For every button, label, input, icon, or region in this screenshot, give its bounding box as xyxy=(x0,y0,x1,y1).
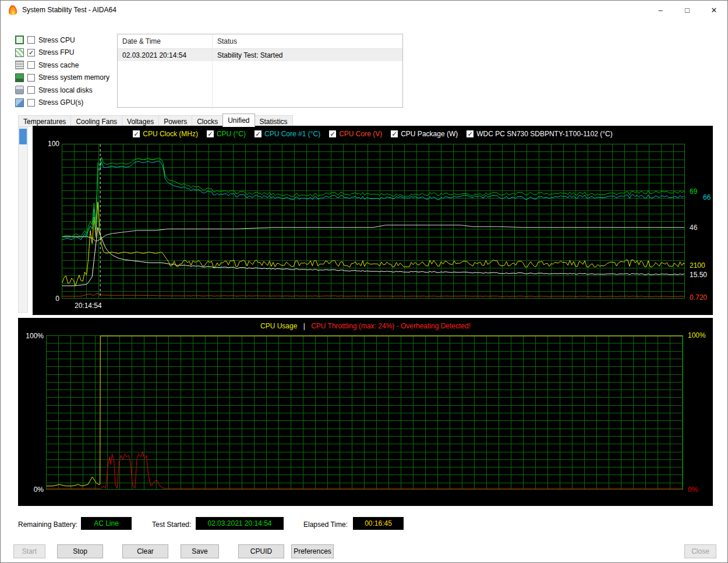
maximize-button[interactable]: □ xyxy=(674,1,701,19)
stress-disks-row: Stress local disks xyxy=(15,84,109,97)
tab-powers[interactable]: Powers xyxy=(158,115,192,127)
log-cell-status: Stability Test: Started xyxy=(213,49,402,61)
save-button[interactable]: Save xyxy=(181,544,219,558)
tab-statistics[interactable]: Statistics xyxy=(255,115,293,127)
unified-chart-plot xyxy=(62,144,685,299)
stress-memory-label: Stress system memory xyxy=(38,73,109,82)
log-empty-row xyxy=(118,61,402,73)
stress-options-panel: Stress CPU ✓ Stress FPU Stress cache Str… xyxy=(15,34,109,109)
legend-disk-temp-checkbox[interactable]: ✓ xyxy=(467,130,473,137)
remaining-battery-label: Remaining Battery: xyxy=(18,520,77,529)
stress-fpu-label: Stress FPU xyxy=(38,48,74,56)
remaining-battery-value: AC Line xyxy=(81,517,132,530)
stress-cache-checkbox[interactable] xyxy=(27,61,35,69)
value-label-cpu-core-voltage: 0.720 xyxy=(690,293,707,302)
stress-fpu-row: ✓ Stress FPU xyxy=(15,47,109,59)
log-column-status[interactable]: Status xyxy=(213,34,402,48)
legend-cpu-temp: ✓ CPU (°C) xyxy=(207,130,246,138)
log-empty-row xyxy=(118,73,402,86)
legend-cpu-package-power: ✓ CPU Package (W) xyxy=(391,130,458,138)
minimize-button[interactable]: – xyxy=(647,1,674,19)
stress-gpu-label: Stress GPU(s) xyxy=(38,98,83,107)
tab-cooling-fans[interactable]: Cooling Fans xyxy=(70,115,122,127)
value-label-cpu-package-power: 15.50 xyxy=(690,271,707,279)
tab-voltages[interactable]: Voltages xyxy=(122,115,159,127)
memory-icon xyxy=(15,73,24,82)
preferences-button[interactable]: Preferences xyxy=(291,544,334,558)
chart-scrollbar[interactable] xyxy=(18,127,28,313)
value-label-cpu-core1-temp: 66 xyxy=(703,193,711,201)
stress-cpu-row: Stress CPU xyxy=(15,34,109,47)
stress-cache-row: Stress cache xyxy=(15,59,109,72)
legend-cpu-clock: ✓ CPU Clock (MHz) xyxy=(133,130,198,138)
log-empty-row xyxy=(118,86,402,98)
log-row[interactable]: 02.03.2021 20:14:54 Stability Test: Star… xyxy=(118,49,402,61)
stress-memory-row: Stress system memory xyxy=(15,72,109,84)
cpuid-button[interactable]: CPUID xyxy=(238,544,284,558)
usage-chart-title: CPU Usage | CPU Throttling (max: 24%) - … xyxy=(18,322,713,330)
unified-y-axis-max: 100 xyxy=(33,140,59,148)
test-started-value: 02.03.2021 20:14:54 xyxy=(196,517,284,530)
stop-button[interactable]: Stop xyxy=(57,544,103,558)
legend-cpu-package-power-checkbox[interactable]: ✓ xyxy=(391,130,398,137)
close-icon[interactable]: ✕ xyxy=(701,1,727,19)
clear-button[interactable]: Clear xyxy=(122,544,168,558)
system-stability-test-window: System Stability Test - AIDA64 – □ ✕ Str… xyxy=(0,0,728,563)
usage-chart-plot xyxy=(46,335,683,490)
log-cell-datetime: 02.03.2021 20:14:54 xyxy=(118,49,213,61)
stress-cpu-label: Stress CPU xyxy=(38,36,75,44)
usage-right-max-label: 100% xyxy=(688,331,706,339)
usage-title-throttling: CPU Throttling (max: 24%) - Overheating … xyxy=(311,322,471,330)
tab-unified[interactable]: Unified xyxy=(222,114,255,127)
cpu-icon xyxy=(15,36,24,44)
stress-gpu-row: Stress GPU(s) xyxy=(15,97,109,109)
window-title: System Stability Test - AIDA64 xyxy=(22,6,116,14)
legend-cpu-core-voltage: ✓ CPU Core (V) xyxy=(329,130,382,138)
unified-y-axis-min: 0 xyxy=(33,295,59,303)
legend-disk-temp: ✓ WDC PC SN730 SDBPNTY-1T00-1102 (°C) xyxy=(467,130,613,138)
stress-disks-checkbox[interactable] xyxy=(27,86,35,94)
stress-disks-label: Stress local disks xyxy=(38,86,93,94)
unified-chart-panel: ✓ CPU Clock (MHz) ✓ CPU (°C) ✓ CPU Core … xyxy=(33,126,713,315)
window-controls: – □ ✕ xyxy=(647,1,727,19)
usage-chart-lines xyxy=(47,336,683,489)
elapsed-time-label: Elapsed Time: xyxy=(303,520,348,529)
chart-tabs: Temperatures Cooling Fans Voltages Power… xyxy=(18,114,292,127)
legend-cpu-clock-checkbox[interactable]: ✓ xyxy=(133,130,140,137)
usage-right-value-labels: 100% 0% xyxy=(685,335,712,490)
start-button[interactable]: Start xyxy=(13,544,45,558)
value-label-cpu-temp: 69 xyxy=(690,187,697,196)
chart-scrollbar-thumb[interactable] xyxy=(19,129,27,144)
disk-icon xyxy=(15,86,24,94)
usage-right-min-label: 0% xyxy=(688,486,698,494)
log-table: Date & Time Status 02.03.2021 20:14:54 S… xyxy=(117,34,403,108)
test-started-label: Test Started: xyxy=(152,520,191,529)
unified-chart-legend: ✓ CPU Clock (MHz) ✓ CPU (°C) ✓ CPU Core … xyxy=(33,130,713,138)
legend-cpu-core1-temp: ✓ CPU Core #1 (°C) xyxy=(255,130,320,138)
value-label-cpu-clock: 2100 xyxy=(690,261,705,270)
tab-temperatures[interactable]: Temperatures xyxy=(18,115,71,127)
unified-chart-lines xyxy=(62,144,684,298)
close-button[interactable]: Close xyxy=(684,544,716,558)
fpu-icon xyxy=(15,48,24,57)
stress-gpu-checkbox[interactable] xyxy=(27,99,35,107)
stress-fpu-checkbox[interactable]: ✓ xyxy=(27,49,35,56)
tab-clocks[interactable]: Clocks xyxy=(192,115,223,127)
legend-cpu-temp-checkbox[interactable]: ✓ xyxy=(207,130,214,137)
legend-cpu-core1-temp-checkbox[interactable]: ✓ xyxy=(255,130,261,137)
stress-memory-checkbox[interactable] xyxy=(27,74,35,82)
unified-x-axis-time: 20:14:54 xyxy=(75,302,102,310)
gpu-icon xyxy=(15,98,24,107)
stress-cpu-checkbox[interactable] xyxy=(27,36,35,44)
usage-y-axis-max: 100% xyxy=(18,332,44,340)
log-table-header: Date & Time Status xyxy=(118,34,402,49)
cache-icon xyxy=(15,61,24,69)
elapsed-time-value: 00:16:45 xyxy=(353,517,404,530)
stress-cache-label: Stress cache xyxy=(38,61,79,69)
value-label-disk-temp: 46 xyxy=(690,224,697,232)
log-empty-row xyxy=(118,98,402,110)
legend-cpu-core-voltage-checkbox[interactable]: ✓ xyxy=(329,130,336,137)
app-icon-flame xyxy=(8,5,17,15)
usage-y-axis-min: 0% xyxy=(18,486,44,494)
log-column-date-time[interactable]: Date & Time xyxy=(118,34,213,48)
